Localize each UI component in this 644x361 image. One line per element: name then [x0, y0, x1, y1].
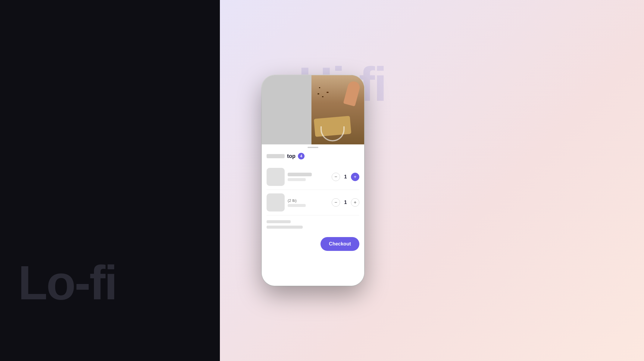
hero-image [262, 75, 364, 144]
decrease-qty-button-1[interactable]: − [332, 173, 340, 181]
checkout-row: Checkout [267, 237, 359, 251]
left-panel: Lo-fi [0, 0, 220, 361]
lofi-watermark: Lo-fi [18, 259, 116, 307]
checkout-button[interactable]: Checkout [320, 237, 359, 251]
cart-header: top 4 [267, 150, 359, 164]
quantity-1: 1 [343, 174, 348, 180]
cart-title-placeholder [267, 154, 285, 158]
decrease-qty-button-2[interactable]: − [332, 198, 340, 207]
cart-summary [267, 215, 359, 235]
cart-sheet: top 4 − 1 + (2 lb) − 1 [262, 147, 364, 286]
cart-item-2: (2 lb) − 1 + [267, 190, 359, 215]
summary-line-2 [267, 226, 303, 229]
increase-qty-button-1[interactable]: + [351, 173, 359, 181]
cart-badge: 4 [298, 153, 305, 159]
item-info-1 [288, 173, 329, 181]
summary-line-1 [267, 220, 291, 223]
item-thumbnail-2 [267, 193, 285, 211]
item-name-2: (2 lb) [288, 198, 329, 203]
quantity-control-1: − 1 + [332, 173, 359, 181]
cart-title: top [287, 153, 295, 159]
item-info-2: (2 lb) [288, 198, 329, 207]
drag-pill [308, 147, 318, 148]
item-sub-placeholder [288, 178, 306, 181]
quantity-control-2: − 1 + [332, 198, 359, 207]
cooking-image [311, 75, 364, 144]
item-name-placeholder [288, 173, 312, 176]
item-thumbnail-1 [267, 168, 285, 186]
increase-qty-button-2[interactable]: + [351, 198, 359, 207]
phone-frame: top 4 − 1 + (2 lb) − 1 [262, 75, 364, 286]
cart-item: − 1 + [267, 164, 359, 190]
quantity-2: 1 [343, 200, 348, 205]
item-sub-placeholder-2 [288, 204, 306, 207]
